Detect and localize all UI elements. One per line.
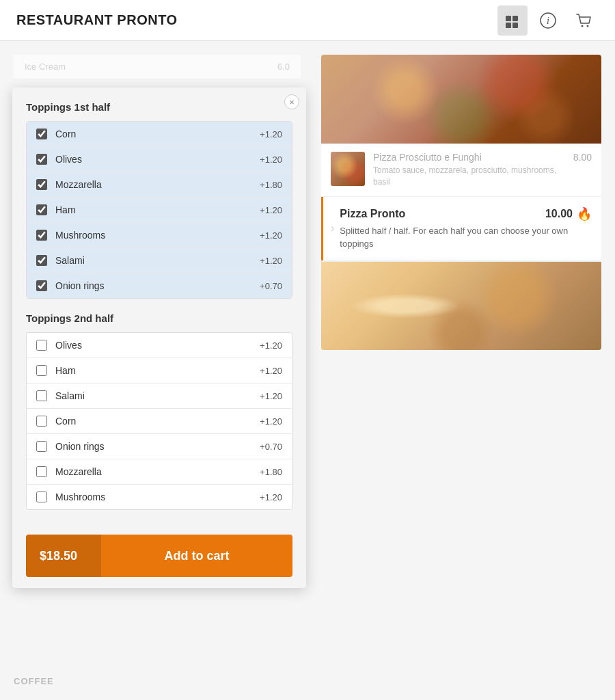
chevron-right-icon: › xyxy=(331,222,334,234)
left-panel: Ice Cream 6.0 × Toppings 1st half Corn +… xyxy=(0,41,314,700)
topping-1st-price-2: +1.80 xyxy=(260,180,282,190)
topping-2nd-item-0[interactable]: Olives +1.20 xyxy=(27,333,292,358)
prosciutto-info: Pizza Prosciutto e Funghi Tomato sauce, … xyxy=(373,152,566,188)
topping-1st-price-0: +1.20 xyxy=(260,129,282,139)
info-icon-button[interactable]: i xyxy=(533,5,563,36)
topping-2nd-item-6[interactable]: Mushrooms +1.20 xyxy=(27,485,292,509)
topping-1st-checkbox-1[interactable] xyxy=(36,154,47,165)
topping-2nd-name-6: Mushrooms xyxy=(55,492,260,502)
prosciutto-desc: Tomato sauce, mozzarela, prosciutto, mus… xyxy=(373,165,566,188)
pizza-main-image xyxy=(321,55,601,144)
modal-body: Toppings 1st half Corn +1.20 Olives +1.2… xyxy=(12,88,306,524)
topping-1st-price-3: +1.20 xyxy=(260,205,282,215)
topping-2nd-price-0: +1.20 xyxy=(260,340,282,351)
pronto-price: 10.00 xyxy=(545,208,573,220)
topping-2nd-name-0: Olives xyxy=(55,340,260,351)
topping-2nd-item-3[interactable]: Corn +1.20 xyxy=(27,409,292,434)
toppings-2nd-list: Olives +1.20 Ham +1.20 Salami +1.20 Corn… xyxy=(26,332,292,510)
topping-1st-checkbox-4[interactable] xyxy=(36,230,47,241)
toppings-modal: × Toppings 1st half Corn +1.20 Olives +1… xyxy=(12,88,306,588)
modal-close-button[interactable]: × xyxy=(284,94,299,109)
pronto-desc: Splitted half / half. For each half you … xyxy=(340,224,592,251)
topping-1st-checkbox-0[interactable] xyxy=(36,129,47,139)
prosciutto-price: 8.00 xyxy=(573,152,592,163)
topping-2nd-item-4[interactable]: Onion rings +0.70 xyxy=(27,434,292,459)
pronto-info: Pizza Pronto 10.00 🔥 Splitted half / hal… xyxy=(340,206,592,251)
cart-icon-button[interactable] xyxy=(569,5,599,36)
svg-rect-2 xyxy=(506,23,511,28)
pizza-card: Pizza Prosciutto e Funghi Tomato sauce, … xyxy=(321,55,601,350)
header: RESTAURANT PRONTO i xyxy=(0,0,615,41)
menu-item-pronto-active[interactable]: › Pizza Pronto 10.00 🔥 Splitted half / h… xyxy=(321,197,601,261)
svg-rect-3 xyxy=(512,23,518,28)
toppings-2nd-section-title: Toppings 2nd half xyxy=(26,312,292,324)
topping-1st-checkbox-6[interactable] xyxy=(36,280,47,291)
topping-1st-checkbox-3[interactable] xyxy=(36,204,47,215)
topping-2nd-price-2: +1.20 xyxy=(260,391,282,401)
header-icons: i xyxy=(497,5,599,36)
toppings-1st-section-title: Toppings 1st half xyxy=(26,101,292,113)
topping-1st-price-1: +1.20 xyxy=(260,154,282,165)
topping-1st-item-6[interactable]: Onion rings +0.70 xyxy=(27,273,292,298)
pasta-image-decor xyxy=(321,262,601,350)
topping-1st-name-2: Mozzarella xyxy=(55,179,260,190)
svg-point-7 xyxy=(587,25,589,27)
topping-2nd-checkbox-5[interactable] xyxy=(36,466,47,477)
topping-2nd-price-1: +1.20 xyxy=(260,366,282,376)
topping-2nd-name-3: Corn xyxy=(55,416,260,427)
topping-2nd-price-5: +1.80 xyxy=(260,467,282,477)
topping-2nd-name-1: Ham xyxy=(55,365,260,376)
topping-2nd-item-1[interactable]: Ham +1.20 xyxy=(27,358,292,383)
pizza-image-decor xyxy=(321,55,601,144)
topping-2nd-checkbox-2[interactable] xyxy=(36,390,47,401)
add-to-cart-button[interactable]: $18.50 Add to cart xyxy=(26,535,292,577)
topping-2nd-price-3: +1.20 xyxy=(260,416,282,427)
pasta-image xyxy=(321,261,601,350)
topping-1st-item-5[interactable]: Salami +1.20 xyxy=(27,248,292,273)
menu-item-prosciutto[interactable]: Pizza Prosciutto e Funghi Tomato sauce, … xyxy=(321,144,601,197)
cart-price: $18.50 xyxy=(26,535,101,577)
topping-2nd-name-5: Mozzarella xyxy=(55,466,260,477)
menu-icon-button[interactable] xyxy=(497,5,528,36)
topping-2nd-name-4: Onion rings xyxy=(55,441,260,452)
topping-1st-price-5: +1.20 xyxy=(260,256,282,266)
topping-1st-name-0: Corn xyxy=(55,129,260,139)
svg-text:i: i xyxy=(547,16,549,26)
hot-icon: 🔥 xyxy=(577,206,592,221)
main-content: Ice Cream 6.0 × Toppings 1st half Corn +… xyxy=(0,41,615,700)
toppings-1st-list: Corn +1.20 Olives +1.20 Mozzarella +1.80… xyxy=(26,121,292,299)
topping-2nd-checkbox-1[interactable] xyxy=(36,365,47,376)
topping-2nd-item-2[interactable]: Salami +1.20 xyxy=(27,383,292,409)
topping-1st-item-1[interactable]: Olives +1.20 xyxy=(27,147,292,172)
topping-2nd-checkbox-4[interactable] xyxy=(36,441,47,452)
topping-1st-name-6: Onion rings xyxy=(55,280,260,291)
topping-1st-name-3: Ham xyxy=(55,204,260,215)
topping-1st-item-2[interactable]: Mozzarella +1.80 xyxy=(27,172,292,198)
topping-1st-price-4: +1.20 xyxy=(260,230,282,241)
topping-2nd-checkbox-3[interactable] xyxy=(36,416,47,427)
pronto-name: Pizza Pronto xyxy=(340,208,405,220)
topping-2nd-name-2: Salami xyxy=(55,390,260,401)
topping-2nd-item-5[interactable]: Mozzarella +1.80 xyxy=(27,459,292,485)
svg-point-6 xyxy=(582,25,584,27)
topping-1st-name-5: Salami xyxy=(55,255,260,266)
coffee-section-label: COFFEE xyxy=(14,676,54,686)
prosciutto-name: Pizza Prosciutto e Funghi xyxy=(373,152,566,163)
topping-1st-checkbox-5[interactable] xyxy=(36,255,47,266)
topping-2nd-price-4: +0.70 xyxy=(260,442,282,452)
topping-2nd-checkbox-0[interactable] xyxy=(36,340,47,351)
topping-1st-price-6: +0.70 xyxy=(260,281,282,291)
topping-1st-item-3[interactable]: Ham +1.20 xyxy=(27,198,292,223)
topping-1st-item-0[interactable]: Corn +1.20 xyxy=(27,122,292,147)
topping-1st-name-1: Olives xyxy=(55,154,260,165)
bg-menu-item: Ice Cream 6.0 xyxy=(14,55,301,79)
topping-1st-name-4: Mushrooms xyxy=(55,230,260,241)
topping-2nd-checkbox-6[interactable] xyxy=(36,492,47,502)
modal-footer: $18.50 Add to cart xyxy=(12,524,306,588)
topping-1st-checkbox-2[interactable] xyxy=(36,179,47,190)
topping-2nd-price-6: +1.20 xyxy=(260,492,282,502)
cart-label: Add to cart xyxy=(101,549,292,563)
svg-rect-0 xyxy=(506,16,511,21)
topping-1st-item-4[interactable]: Mushrooms +1.20 xyxy=(27,223,292,248)
svg-rect-1 xyxy=(512,16,518,21)
